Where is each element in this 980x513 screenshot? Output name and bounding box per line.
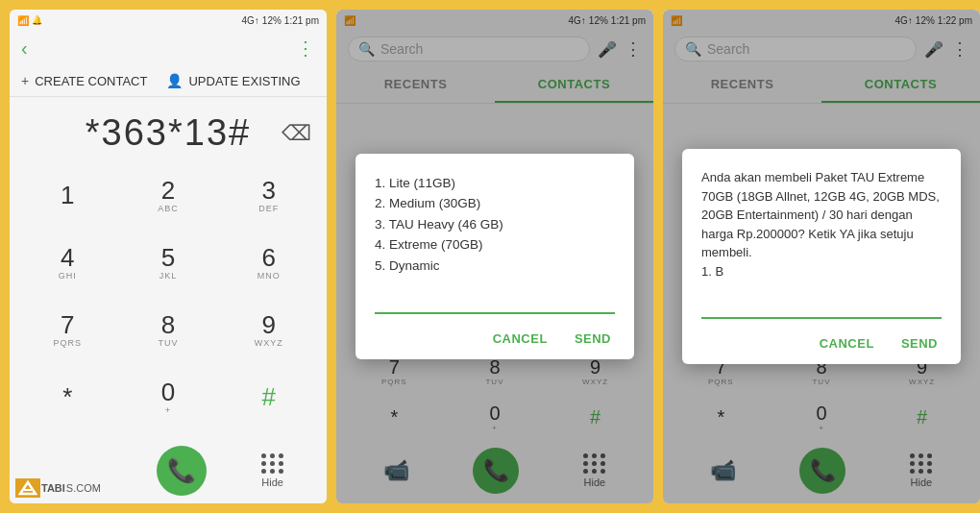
dialog-overlay-3: Anda akan membeli Paket TAU Extreme 70GB…: [663, 10, 980, 503]
dot: [261, 453, 266, 458]
keypad: 1 2 ABC 3 DEF 4 GHI 5 JKL 6 MNO 7 PQRS 8: [10, 161, 327, 438]
status-bar-1: 📶 🔔 4G↑ 12% 1:21 pm: [10, 10, 327, 31]
cancel-button-2[interactable]: CANCEL: [489, 328, 551, 350]
status-bar-left-1: 📶 🔔: [17, 15, 42, 26]
more-icon[interactable]: ⋮: [296, 37, 315, 60]
letters-0: +: [165, 405, 171, 415]
dialog-actions-2: CANCEL SEND: [375, 328, 615, 350]
dot: [279, 469, 283, 474]
person-icon: 👤: [166, 73, 183, 88]
time-1: 1:21 pm: [284, 15, 319, 26]
letters-4: GHI: [59, 271, 77, 281]
phone-screen-2: 📶 4G↑ 12% 1:21 pm 🔍 Search 🎤 ⋮ RECENTS C…: [336, 10, 653, 503]
update-existing-button[interactable]: 👤 UPDATE EXISTING: [166, 73, 300, 88]
dot: [261, 469, 266, 474]
dialog-content-3: Anda akan membeli Paket TAU Extreme 70GB…: [701, 168, 942, 281]
delete-button[interactable]: ⌫: [282, 121, 311, 146]
signal-icon: 📶: [17, 15, 29, 26]
digit-6: 6: [261, 244, 275, 272]
dialer-input-area: *363*13# ⌫: [10, 97, 327, 161]
phone-icon: 📞: [167, 457, 196, 484]
dialog-input-3[interactable]: [701, 294, 942, 319]
notification-icon: 🔔: [32, 15, 42, 25]
letters-6: MNO: [257, 271, 281, 281]
battery-pct-1: 12%: [262, 15, 282, 26]
dots-grid: [261, 453, 284, 474]
back-icon[interactable]: ‹: [21, 37, 28, 60]
digit-7: 7: [61, 311, 74, 339]
phone-screen-3: 📶 4G↑ 12% 1:22 pm 🔍 Search 🎤 ⋮ RECENTS C…: [663, 10, 980, 503]
send-button-3[interactable]: SEND: [897, 332, 942, 354]
dot: [270, 469, 275, 474]
phone-screen-1: 📶 🔔 4G↑ 12% 1:21 pm ‹ ⋮ + CREATE CONTACT…: [10, 10, 327, 503]
key-8[interactable]: 8 TUV: [118, 300, 219, 359]
dot: [270, 453, 275, 458]
letters-8: TUV: [158, 338, 178, 348]
dialog-overlay-2: 1. Lite (11GB) 2. Medium (30GB) 3. TAU H…: [336, 10, 653, 503]
network-icon: 4G↑: [242, 15, 259, 26]
digit-2: 2: [161, 177, 175, 205]
digit-1: 1: [61, 182, 74, 209]
dialog-content-2: 1. Lite (11GB) 2. Medium (30GB) 3. TAU H…: [375, 173, 615, 277]
dialer-top-bar: ‹ ⋮: [10, 31, 327, 65]
hide-label-1: Hide: [261, 476, 283, 488]
watermark-text: TABI: [41, 482, 65, 494]
dialog-box-3: Anda akan membeli Paket TAU Extreme 70GB…: [682, 149, 961, 364]
letters-3: DEF: [258, 204, 279, 213]
key-4[interactable]: 4 GHI: [17, 232, 118, 292]
hide-keypad-button[interactable]: Hide: [261, 453, 284, 488]
dialog-actions-3: CANCEL SEND: [701, 332, 942, 354]
digit-5: 5: [161, 244, 175, 272]
dot: [270, 461, 275, 466]
dot: [279, 453, 283, 458]
digit-8: 8: [161, 311, 175, 339]
digit-hash: #: [261, 383, 275, 411]
create-contact-label: CREATE CONTACT: [35, 74, 147, 88]
key-3[interactable]: 3 DEF: [218, 165, 319, 225]
key-5[interactable]: 5 JKL: [118, 232, 219, 292]
watermark-logo: [15, 478, 40, 498]
status-bar-right-1: 4G↑ 12% 1:21 pm: [242, 15, 320, 26]
key-6[interactable]: 6 MNO: [218, 232, 319, 292]
call-button[interactable]: 📞: [157, 446, 207, 496]
digit-0: 0: [161, 379, 175, 406]
digit-9: 9: [261, 311, 275, 339]
watermark-text2: S.COM: [66, 482, 101, 494]
watermark: TABI S.COM: [15, 478, 101, 498]
key-0[interactable]: 0 +: [118, 367, 219, 427]
create-contact-button[interactable]: + CREATE CONTACT: [21, 73, 147, 88]
key-9[interactable]: 9 WXYZ: [218, 300, 319, 359]
key-star[interactable]: *: [17, 367, 118, 427]
update-existing-label: UPDATE EXISTING: [188, 74, 300, 88]
plus-icon: +: [21, 73, 29, 88]
digit-star: *: [62, 383, 72, 411]
send-button-2[interactable]: SEND: [571, 328, 615, 350]
cancel-button-3[interactable]: CANCEL: [816, 332, 878, 354]
dialed-number: *363*13#: [86, 112, 251, 154]
dot: [279, 461, 283, 466]
letters-9: WXYZ: [255, 338, 283, 348]
letters-2: ABC: [158, 204, 179, 213]
dialog-input-2[interactable]: [375, 289, 615, 314]
digit-4: 4: [61, 244, 74, 272]
digit-3: 3: [261, 177, 275, 205]
dot: [261, 461, 266, 466]
key-7[interactable]: 7 PQRS: [17, 300, 118, 359]
svg-marker-0: [20, 482, 36, 494]
key-1[interactable]: 1: [17, 165, 118, 225]
dialer-actions: + CREATE CONTACT 👤 UPDATE EXISTING: [10, 65, 327, 97]
key-2[interactable]: 2 ABC: [118, 165, 219, 225]
letters-5: JKL: [159, 271, 178, 281]
letters-7: PQRS: [54, 338, 83, 348]
key-hash[interactable]: #: [218, 367, 319, 427]
dialog-box-2: 1. Lite (11GB) 2. Medium (30GB) 3. TAU H…: [355, 154, 634, 360]
